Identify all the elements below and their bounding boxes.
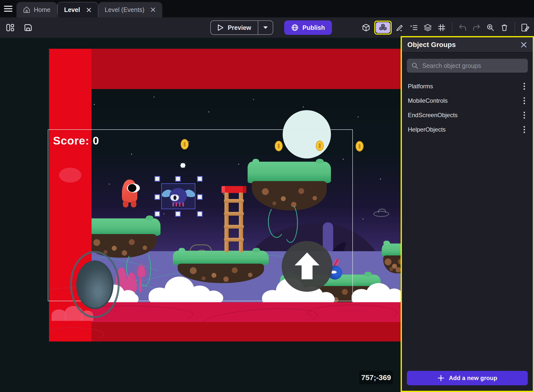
tab-level-events[interactable]: Level (Events) <box>98 2 162 17</box>
coin-sprite[interactable] <box>356 141 364 151</box>
group-name: MobileControls <box>408 97 448 104</box>
play-icon <box>217 24 224 31</box>
group-list: Platforms MobileControls EndScreenObject… <box>402 79 533 137</box>
plus-icon <box>437 375 444 382</box>
tab-label: Level <box>64 6 80 13</box>
kebab-menu-icon[interactable] <box>519 81 529 91</box>
panel-spacer <box>402 137 533 371</box>
redo-icon[interactable] <box>471 22 482 33</box>
kebab-menu-icon[interactable] <box>519 125 529 135</box>
jump-button[interactable] <box>282 241 332 292</box>
add-group-button[interactable]: Add a new group <box>407 371 528 385</box>
preview-button[interactable]: Preview <box>211 21 258 34</box>
undo-icon[interactable] <box>457 22 468 33</box>
toolbar-divider <box>452 22 452 33</box>
ufo-outline-decoration <box>373 211 389 217</box>
joystick-control[interactable] <box>70 251 120 318</box>
publish-button[interactable]: Publish <box>284 20 332 35</box>
app-window: Home Level Level (Events) <box>0 0 534 392</box>
tab-level[interactable]: Level <box>57 2 98 17</box>
group-name: EndScreenObjects <box>408 112 458 119</box>
group-row-platforms[interactable]: Platforms <box>402 79 533 94</box>
tab-home[interactable]: Home <box>16 2 57 17</box>
search-input[interactable] <box>422 62 523 69</box>
joystick-knob <box>76 260 113 309</box>
level-top-band <box>49 49 401 89</box>
edit-events-icon[interactable] <box>520 22 531 33</box>
instances-list-icon[interactable] <box>408 22 420 33</box>
panel-header: Object Groups <box>402 37 533 53</box>
close-icon[interactable] <box>150 7 156 12</box>
panel-title: Object Groups <box>407 41 456 49</box>
zoom-in-icon[interactable] <box>485 22 496 33</box>
group-name: Platforms <box>408 83 433 90</box>
globe-icon <box>291 24 299 31</box>
platform-sprite[interactable] <box>382 244 401 273</box>
menu-icon[interactable] <box>0 1 16 16</box>
preview-split-button: Preview <box>210 20 273 35</box>
edit-pencil-icon[interactable] <box>394 22 406 33</box>
arrow-up-icon <box>295 252 320 279</box>
preview-dropdown-button[interactable] <box>258 21 273 34</box>
editor-toolbar: Preview Publish <box>0 17 534 38</box>
selected-tool-highlight <box>374 21 392 35</box>
score-text[interactable]: Score: 0 <box>53 134 99 147</box>
kebab-menu-icon[interactable] <box>519 110 529 120</box>
search-box[interactable] <box>407 59 528 73</box>
search-icon <box>411 62 418 69</box>
preview-label: Preview <box>228 24 251 31</box>
tab-label: Home <box>34 6 51 13</box>
object-groups-icon[interactable] <box>376 22 390 33</box>
toolbar-divider <box>515 22 515 33</box>
group-row-endscreenobjects[interactable]: EndScreenObjects <box>402 108 533 122</box>
tab-label: Level (Events) <box>105 6 145 13</box>
add-group-label: Add a new group <box>449 375 497 382</box>
caret-down-icon <box>263 26 268 29</box>
kebab-menu-icon[interactable] <box>519 96 529 106</box>
layers-icon[interactable] <box>422 22 433 33</box>
coordinates-badge: 757;-369 <box>359 371 393 384</box>
close-icon[interactable] <box>86 7 92 13</box>
group-row-mobilecontrols[interactable]: MobileControls <box>402 94 533 108</box>
close-icon[interactable] <box>520 41 527 48</box>
grid-icon[interactable] <box>436 22 447 33</box>
group-row-helperobjects[interactable]: HelperObjects <box>402 122 533 137</box>
save-icon[interactable] <box>22 22 34 33</box>
layout-panels-icon[interactable] <box>4 22 16 33</box>
group-name: HelperObjects <box>408 126 446 133</box>
publish-label: Publish <box>303 24 325 31</box>
tab-bar: Home Level Level (Events) <box>0 0 534 17</box>
objects-cube-icon[interactable] <box>360 22 372 33</box>
delete-icon[interactable] <box>499 22 510 33</box>
home-icon <box>23 6 30 13</box>
object-groups-panel: Object Groups Platforms MobileControls <box>401 36 534 392</box>
